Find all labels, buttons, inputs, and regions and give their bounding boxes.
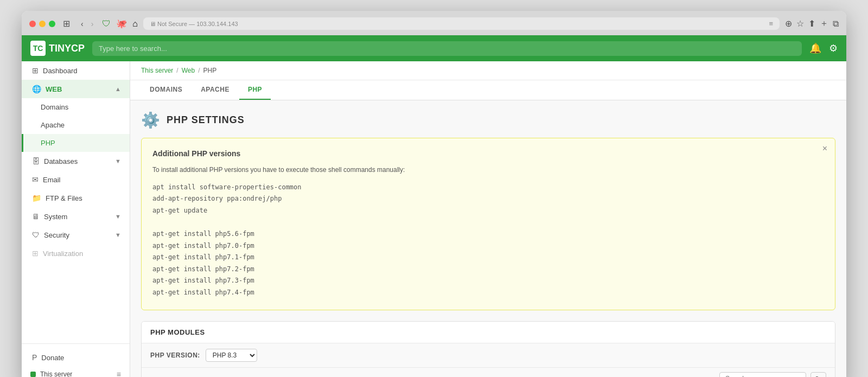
tab-apache[interactable]: APACHE [192, 80, 238, 100]
alert-cmd-1: apt install software-properties-common [152, 182, 824, 194]
sidebar-label-databases: Databases [44, 157, 78, 165]
alert-close-button[interactable]: × [822, 144, 827, 154]
sidebar-label-dashboard: Dashboard [43, 67, 78, 75]
sidebar-label-apache: Apache [41, 121, 65, 129]
sidebar-item-domains[interactable]: Domains [22, 98, 130, 116]
alert-cmd-4: apt-get install php5.6-fpm [152, 228, 824, 240]
chevron-right-icon: ▼ [115, 158, 121, 164]
php-version-label: PHP VERSION: [150, 352, 200, 359]
content-area: This server / Web / PHP DOMAINS APACHE P… [130, 61, 846, 377]
sidebar-item-virtualization[interactable]: ⊞ Virtualization [22, 244, 130, 263]
new-tab-icon[interactable]: ＋ [820, 18, 828, 29]
donate-icon: P [32, 353, 37, 362]
notifications-icon[interactable]: 🔔 [809, 42, 821, 54]
sidebar-label-php: PHP [41, 139, 55, 147]
tabs-icon[interactable]: ⧉ [833, 19, 839, 29]
sidebar-item-databases[interactable]: 🗄 Databases ▼ [22, 152, 130, 170]
sidebar-label-ftp: FTP & Files [46, 194, 82, 202]
browser-controls: ⊕ ☆ ⬆ ＋ ⧉ [785, 18, 839, 29]
shield-icon: 🛡 [102, 19, 111, 29]
php-modules-section: PHP MODULES PHP VERSION: PHP 5.6 PHP 7.0… [141, 321, 835, 377]
alert-cmd-3: apt-get update [152, 205, 824, 217]
forward-button[interactable]: › [88, 18, 97, 29]
sidebar-item-ftp[interactable]: 📁 FTP & Files [22, 189, 130, 207]
back-button[interactable]: ‹ [78, 18, 87, 29]
sidebar-label-system: System [44, 213, 67, 221]
app-title: TINYCP [49, 43, 85, 54]
app-header: TC TINYCP 🔔 ⚙ [22, 35, 846, 61]
security-icon: 🛡 [32, 231, 40, 239]
breadcrumb-php: PHP [203, 67, 217, 74]
sidebar-item-web[interactable]: 🌐 WEB ▲ [22, 80, 130, 98]
virtualization-icon: ⊞ [32, 249, 39, 258]
share-icon[interactable]: ⬆ [808, 18, 815, 29]
ftp-icon: 📁 [32, 194, 41, 202]
breadcrumb: This server / Web / PHP [130, 61, 846, 80]
chevron-up-icon: ▲ [115, 86, 121, 92]
sidebar-bottom: P Donate This server ≡ [22, 343, 130, 377]
logo-icon: TC [30, 41, 46, 56]
sidebar-item-email[interactable]: ✉ Email [22, 170, 130, 189]
server-status-bar[interactable]: This server ≡ [22, 367, 130, 377]
php-modules-header: PHP MODULES [142, 322, 835, 343]
settings-icon[interactable]: ⚙ [829, 42, 838, 54]
maximize-button[interactable] [49, 21, 55, 27]
server-status-label: This server [40, 370, 72, 377]
modules-search-input[interactable] [719, 372, 806, 377]
app-logo: TC TINYCP [30, 41, 85, 56]
sidebar-item-php[interactable]: PHP [22, 134, 130, 152]
server-menu-icon[interactable]: ≡ [117, 370, 121, 377]
download-icon[interactable]: ⊕ [785, 18, 792, 29]
sidebar-label-security: Security [44, 231, 69, 239]
sidebar-item-system[interactable]: 🖥 System ▼ [22, 207, 130, 226]
status-dot [30, 372, 36, 377]
alert-body: To install additional PHP versions you h… [152, 164, 824, 299]
url-bar[interactable]: 🖥 Not Secure — 103.30.144.143 ≡ [143, 17, 780, 30]
refresh-button[interactable]: ↻ [810, 372, 826, 377]
security-indicator: 🖥 Not Secure — 103.30.144.143 [150, 21, 238, 27]
alert-title: Additional PHP versions [152, 149, 824, 158]
alert-description: To install additional PHP versions you h… [152, 164, 824, 176]
sidebar: ⊞ Dashboard 🌐 WEB ▲ Domains Apache PHP 🗄… [22, 61, 130, 377]
alert-cmd-6: apt-get install php7.1-fpm [152, 252, 824, 264]
bookmark-icon[interactable]: ☆ [796, 18, 804, 29]
system-icon: 🖥 [32, 212, 40, 221]
global-search-input[interactable] [92, 41, 802, 56]
breadcrumb-this-server[interactable]: This server [141, 67, 173, 74]
php-version-select[interactable]: PHP 5.6 PHP 7.0 PHP 7.1 PHP 7.2 PHP 7.3 … [206, 349, 257, 362]
tab-domains[interactable]: DOMAINS [141, 80, 191, 100]
php-version-bar: PHP VERSION: PHP 5.6 PHP 7.0 PHP 7.1 PHP… [142, 343, 835, 368]
sidebar-label-virtualization: Virtualization [43, 250, 83, 258]
sidebar-item-security[interactable]: 🛡 Security ▼ [22, 226, 130, 244]
chevron-down-security-icon: ▼ [115, 232, 121, 238]
sidebar-label-email: Email [43, 176, 61, 184]
page-title-section: ⚙️ PHP SETTINGS [141, 111, 835, 129]
minimize-button[interactable] [39, 21, 46, 27]
sidebar-label-web: WEB [46, 85, 62, 93]
chevron-down-system-icon: ▼ [115, 213, 121, 220]
lock-icon: 🖥 [150, 21, 156, 27]
sidebar-item-dashboard[interactable]: ⊞ Dashboard [22, 61, 130, 80]
alert-box: Additional PHP versions × To install add… [141, 138, 835, 310]
sidebar-toggle[interactable]: ⊞ [61, 16, 72, 31]
page-tabs: DOMAINS APACHE PHP [130, 80, 846, 100]
breadcrumb-sep-1: / [176, 67, 178, 74]
home-icon[interactable]: ⌂ [132, 19, 138, 29]
extensions-icon[interactable]: 🐙 [116, 18, 127, 29]
close-button[interactable] [29, 21, 36, 27]
search-refresh-bar: ↻ [142, 368, 835, 377]
sidebar-item-apache[interactable]: Apache [22, 116, 130, 134]
alert-cmd-5: apt-get install php7.0-fpm [152, 240, 824, 252]
email-icon: ✉ [32, 175, 39, 184]
web-icon: 🌐 [32, 85, 41, 93]
breadcrumb-sep-2: / [198, 67, 200, 74]
page-title: PHP SETTINGS [167, 114, 245, 126]
sidebar-item-donate[interactable]: P Donate [22, 348, 130, 367]
reader-icon[interactable]: ≡ [769, 20, 773, 28]
databases-icon: 🗄 [32, 157, 40, 165]
sidebar-label-donate: Donate [41, 354, 64, 362]
alert-cmd-8: apt-get install php7.3-fpm [152, 275, 824, 287]
breadcrumb-web[interactable]: Web [182, 67, 195, 74]
tab-php[interactable]: PHP [239, 80, 271, 100]
alert-cmd-2: add-apt-repository ppa:ondrej/php [152, 193, 824, 205]
